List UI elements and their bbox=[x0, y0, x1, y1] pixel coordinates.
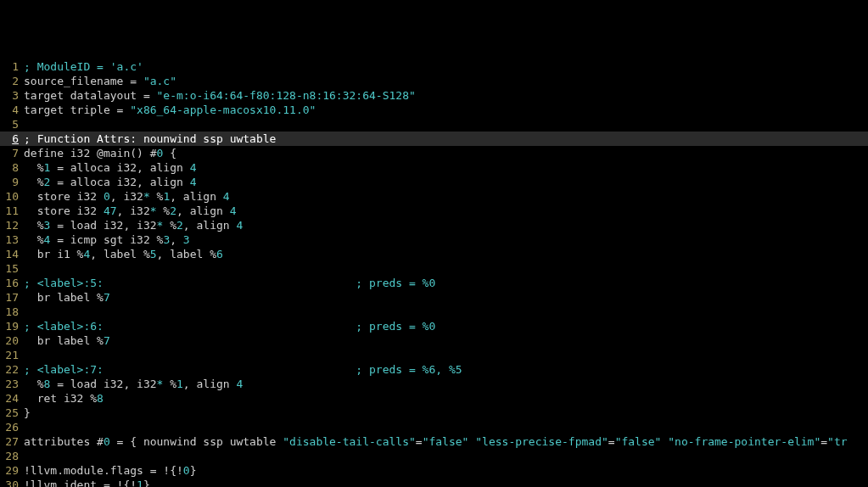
code-line[interactable]: 9 %2 = alloca i32, align 4 bbox=[0, 175, 868, 189]
line-number: 7 bbox=[0, 146, 24, 160]
code-line[interactable]: 16; <label>:5: ; preds = %0 bbox=[0, 276, 868, 290]
line-number: 30 bbox=[0, 478, 24, 487]
code-content: !llvm.ident = !{!1} bbox=[24, 478, 868, 487]
code-line[interactable]: 29!llvm.module.flags = !{!0} bbox=[0, 463, 868, 478]
code-content: !llvm.module.flags = !{!0} bbox=[24, 463, 868, 478]
code-content bbox=[24, 117, 868, 132]
code-line[interactable]: 21 bbox=[0, 348, 868, 362]
line-number: 17 bbox=[0, 290, 24, 305]
line-number: 25 bbox=[0, 406, 24, 420]
line-number: 24 bbox=[0, 391, 24, 406]
line-number: 16 bbox=[0, 276, 24, 290]
code-content: %3 = load i32, i32* %2, align 4 bbox=[24, 218, 868, 232]
line-number: 12 bbox=[0, 218, 24, 232]
code-content bbox=[24, 261, 868, 276]
line-number: 14 bbox=[0, 247, 24, 261]
code-content: target triple = "x86_64-apple-macosx10.1… bbox=[24, 103, 868, 117]
line-number: 18 bbox=[0, 305, 24, 319]
line-number: 1 bbox=[0, 59, 24, 74]
code-content bbox=[24, 449, 868, 463]
code-content: } bbox=[24, 406, 868, 420]
line-number: 15 bbox=[0, 261, 24, 276]
code-line[interactable]: 6; Function Attrs: nounwind ssp uwtable bbox=[0, 132, 868, 146]
code-line[interactable]: 13 %4 = icmp sgt i32 %3, 3 bbox=[0, 232, 868, 247]
code-content: %2 = alloca i32, align 4 bbox=[24, 175, 868, 189]
line-number: 26 bbox=[0, 420, 24, 434]
line-number: 3 bbox=[0, 88, 24, 103]
code-line[interactable]: 4target triple = "x86_64-apple-macosx10.… bbox=[0, 103, 868, 117]
line-number: 28 bbox=[0, 449, 24, 463]
code-line[interactable]: 19; <label>:6: ; preds = %0 bbox=[0, 319, 868, 333]
code-content: target datalayout = "e-m:o-i64:64-f80:12… bbox=[24, 88, 868, 103]
code-line[interactable]: 26 bbox=[0, 420, 868, 434]
line-number: 6 bbox=[0, 132, 24, 146]
line-number: 8 bbox=[0, 160, 24, 175]
code-line[interactable]: 11 store i32 47, i32* %2, align 4 bbox=[0, 204, 868, 218]
code-line[interactable]: 17 br label %7 bbox=[0, 290, 868, 305]
line-number: 21 bbox=[0, 348, 24, 362]
code-line[interactable]: 8 %1 = alloca i32, align 4 bbox=[0, 160, 868, 175]
line-number: 11 bbox=[0, 204, 24, 218]
line-number: 10 bbox=[0, 189, 24, 204]
code-content: br label %7 bbox=[24, 290, 868, 305]
code-content: store i32 47, i32* %2, align 4 bbox=[24, 204, 868, 218]
code-content: %8 = load i32, i32* %1, align 4 bbox=[24, 377, 868, 391]
code-line[interactable]: 3target datalayout = "e-m:o-i64:64-f80:1… bbox=[0, 88, 868, 103]
code-line[interactable]: 25} bbox=[0, 406, 868, 420]
line-number: 5 bbox=[0, 117, 24, 132]
code-line[interactable]: 1; ModuleID = 'a.c' bbox=[0, 59, 868, 74]
line-number: 20 bbox=[0, 333, 24, 348]
code-content: source_filename = "a.c" bbox=[24, 74, 868, 88]
line-number: 29 bbox=[0, 463, 24, 478]
code-content: %4 = icmp sgt i32 %3, 3 bbox=[24, 232, 868, 247]
code-editor[interactable]: 1; ModuleID = 'a.c'2source_filename = "a… bbox=[0, 58, 868, 487]
line-number: 2 bbox=[0, 74, 24, 88]
code-line[interactable]: 27attributes #0 = { nounwind ssp uwtable… bbox=[0, 434, 868, 449]
code-content: define i32 @main() #0 { bbox=[24, 146, 868, 160]
code-content: store i32 0, i32* %1, align 4 bbox=[24, 189, 868, 204]
line-number: 23 bbox=[0, 377, 24, 391]
code-content: ; <label>:5: ; preds = %0 bbox=[24, 276, 868, 290]
line-number: 19 bbox=[0, 319, 24, 333]
code-line[interactable]: 14 br i1 %4, label %5, label %6 bbox=[0, 247, 868, 261]
line-number: 27 bbox=[0, 434, 24, 449]
code-content: ; <label>:7: ; preds = %6, %5 bbox=[24, 362, 868, 377]
code-line[interactable]: 24 ret i32 %8 bbox=[0, 391, 868, 406]
code-content: ret i32 %8 bbox=[24, 391, 868, 406]
line-number: 13 bbox=[0, 232, 24, 247]
line-number: 9 bbox=[0, 175, 24, 189]
code-line[interactable]: 18 bbox=[0, 305, 868, 319]
line-number: 4 bbox=[0, 103, 24, 117]
code-content: attributes #0 = { nounwind ssp uwtable "… bbox=[24, 434, 868, 449]
code-line[interactable]: 10 store i32 0, i32* %1, align 4 bbox=[0, 189, 868, 204]
code-content bbox=[24, 420, 868, 434]
code-line[interactable]: 23 %8 = load i32, i32* %1, align 4 bbox=[0, 377, 868, 391]
code-line[interactable]: 28 bbox=[0, 449, 868, 463]
code-line[interactable]: 30!llvm.ident = !{!1} bbox=[0, 478, 868, 487]
code-line[interactable]: 20 br label %7 bbox=[0, 333, 868, 348]
code-line[interactable]: 12 %3 = load i32, i32* %2, align 4 bbox=[0, 218, 868, 232]
code-content: br label %7 bbox=[24, 333, 868, 348]
code-line[interactable]: 2source_filename = "a.c" bbox=[0, 74, 868, 88]
code-content: ; <label>:6: ; preds = %0 bbox=[24, 319, 868, 333]
code-line[interactable]: 15 bbox=[0, 261, 868, 276]
code-content: ; Function Attrs: nounwind ssp uwtable bbox=[24, 132, 868, 146]
code-line[interactable]: 7define i32 @main() #0 { bbox=[0, 146, 868, 160]
code-content: ; ModuleID = 'a.c' bbox=[24, 59, 868, 74]
code-content: br i1 %4, label %5, label %6 bbox=[24, 247, 868, 261]
code-line[interactable]: 5 bbox=[0, 117, 868, 132]
line-number: 22 bbox=[0, 362, 24, 377]
code-content: %1 = alloca i32, align 4 bbox=[24, 160, 868, 175]
code-line[interactable]: 22; <label>:7: ; preds = %6, %5 bbox=[0, 362, 868, 377]
code-content bbox=[24, 305, 868, 319]
code-content bbox=[24, 348, 868, 362]
